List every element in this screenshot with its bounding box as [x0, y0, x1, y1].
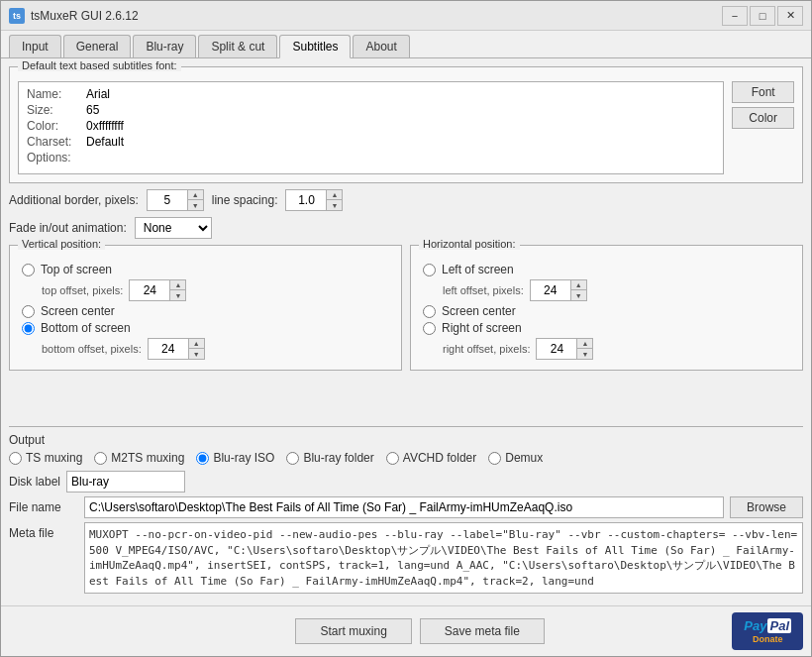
m2ts-muxing-radio[interactable] [94, 452, 107, 465]
meta-file-content[interactable]: MUXOPT --no-pcr-on-video-pid --new-audio… [84, 522, 803, 594]
font-table-wrapper: Name: Arial Size: 65 Color: 0xffffffff [18, 81, 724, 174]
avchd-folder-radio[interactable] [386, 452, 399, 465]
output-title: Output [9, 433, 803, 447]
meta-file-row: Meta file MUXOPT --no-pcr-on-video-pid -… [9, 522, 803, 594]
fade-label: Fade in/out animation: [9, 221, 127, 235]
left-offset-label: left offset, pixels: [443, 284, 524, 296]
disk-label-label: Disk label [9, 475, 60, 489]
line-spacing-input[interactable]: 1.0 [286, 190, 326, 210]
bottom-offset-label: bottom offset, pixels: [42, 343, 142, 355]
tab-subtitles[interactable]: Subtitles [279, 35, 351, 58]
tab-bluray[interactable]: Blu-ray [133, 35, 196, 57]
bottom-bar: Start muxing Save meta file PayPal Donat… [1, 605, 811, 656]
close-button[interactable]: ✕ [777, 6, 803, 26]
horizontal-position-title: Horizontal position: [419, 238, 520, 250]
font-table: Name: Arial Size: 65 Color: 0xffffffff [23, 86, 719, 165]
font-options-value [82, 150, 719, 165]
title-bar: ts tsMuxeR GUI 2.6.12 − □ ✕ [1, 1, 811, 31]
color-button[interactable]: Color [732, 107, 794, 129]
tab-about[interactable]: About [353, 35, 409, 57]
font-name-label: Name: [23, 86, 82, 102]
line-spacing-down-arrow[interactable]: ▼ [326, 200, 342, 210]
minimize-button[interactable]: − [722, 6, 748, 26]
tab-input[interactable]: Input [9, 35, 61, 57]
window-title: tsMuxeR GUI 2.6.12 [31, 9, 139, 23]
bottom-screen-radio[interactable] [22, 322, 35, 335]
font-color-label: Color: [23, 118, 82, 134]
disk-label-input[interactable] [66, 471, 185, 493]
app-icon: ts [9, 8, 25, 24]
tab-split-cut[interactable]: Split & cut [198, 35, 277, 57]
right-screen-label: Right of screen [442, 321, 522, 335]
left-offset-up[interactable]: ▲ [570, 280, 586, 290]
bottom-offset-arrows: ▲ ▼ [188, 339, 204, 359]
disk-label-row: Disk label [9, 471, 803, 493]
font-button[interactable]: Font [732, 81, 794, 103]
left-screen-radio[interactable] [423, 264, 436, 276]
tab-bar: Input General Blu-ray Split & cut Subtit… [1, 31, 811, 58]
bottom-offset-down[interactable]: ▼ [188, 349, 204, 359]
top-screen-radio[interactable] [22, 264, 35, 276]
right-offset-up[interactable]: ▲ [576, 339, 592, 349]
browse-button[interactable]: Browse [730, 496, 803, 518]
ts-muxing-option[interactable]: TS muxing [9, 451, 82, 465]
font-charset-value: Default [82, 134, 719, 150]
right-screen-radio[interactable] [423, 322, 436, 335]
top-offset-down[interactable]: ▼ [169, 290, 185, 300]
right-screen-row: Right of screen [423, 321, 790, 335]
save-meta-file-button[interactable]: Save meta file [420, 618, 545, 644]
right-offset-down[interactable]: ▼ [576, 349, 592, 359]
border-input[interactable]: 5 [148, 190, 187, 210]
tab-general[interactable]: General [63, 35, 132, 57]
screen-center-v-label: Screen center [41, 304, 115, 318]
meta-file-label: Meta file [9, 522, 78, 540]
start-muxing-button[interactable]: Start muxing [295, 618, 411, 644]
paypal-pal-text: Pal [767, 618, 791, 633]
bottom-offset-spinbox[interactable]: 24 ▲ ▼ [148, 338, 205, 360]
fade-select[interactable]: None Fade in Fade out Both [135, 217, 212, 239]
paypal-donate-text: Donate [753, 634, 783, 644]
font-name-row: Name: Arial [23, 86, 719, 102]
border-label: Additional border, pixels: [9, 193, 139, 207]
ts-muxing-label: TS muxing [26, 451, 82, 465]
demux-radio[interactable] [488, 452, 501, 465]
left-offset-spinbox[interactable]: 24 ▲ ▼ [530, 279, 587, 301]
right-offset-input[interactable]: 24 [537, 339, 576, 359]
right-offset-spinbox[interactable]: 24 ▲ ▼ [536, 338, 593, 360]
font-name-value: Arial [82, 86, 719, 102]
line-spacing-spinbox[interactable]: 1.0 ▲ ▼ [285, 189, 343, 211]
top-offset-up[interactable]: ▲ [169, 280, 185, 290]
vertical-position-title: Vertical position: [18, 238, 105, 250]
screen-center-v-radio[interactable] [22, 305, 35, 318]
left-offset-down[interactable]: ▼ [570, 290, 586, 300]
demux-option[interactable]: Demux [488, 451, 543, 465]
font-options-row: Options: [23, 150, 719, 165]
bluray-iso-radio[interactable] [196, 452, 209, 465]
line-spacing-arrows: ▲ ▼ [326, 190, 342, 210]
border-up-arrow[interactable]: ▲ [187, 190, 203, 200]
screen-center-h-radio[interactable] [423, 305, 436, 318]
ts-muxing-radio[interactable] [9, 452, 22, 465]
top-offset-spinbox[interactable]: 24 ▲ ▼ [129, 279, 186, 301]
border-down-arrow[interactable]: ▼ [187, 200, 203, 210]
border-spinbox[interactable]: 5 ▲ ▼ [147, 189, 204, 211]
avchd-folder-option[interactable]: AVCHD folder [386, 451, 476, 465]
bluray-folder-option[interactable]: Blu-ray folder [286, 451, 373, 465]
font-size-label: Size: [23, 102, 82, 118]
m2ts-muxing-option[interactable]: M2TS muxing [94, 451, 184, 465]
bluray-folder-radio[interactable] [286, 452, 299, 465]
bottom-offset-up[interactable]: ▲ [188, 339, 204, 349]
line-spacing-up-arrow[interactable]: ▲ [326, 190, 342, 200]
bottom-offset-input[interactable]: 24 [149, 339, 188, 359]
paypal-donate-button[interactable]: PayPal Donate [732, 612, 803, 650]
file-name-input[interactable] [84, 496, 724, 518]
left-offset-input[interactable]: 24 [531, 280, 570, 300]
top-offset-input[interactable]: 24 [130, 280, 169, 300]
left-screen-row: Left of screen [423, 263, 790, 276]
right-offset-row: right offset, pixels: 24 ▲ ▼ [443, 338, 790, 360]
maximize-button[interactable]: □ [750, 6, 775, 26]
bluray-iso-label: Blu-ray ISO [213, 451, 274, 465]
bottom-screen-label: Bottom of screen [41, 321, 131, 335]
bluray-iso-option[interactable]: Blu-ray ISO [196, 451, 274, 465]
top-offset-label: top offset, pixels: [42, 284, 123, 296]
